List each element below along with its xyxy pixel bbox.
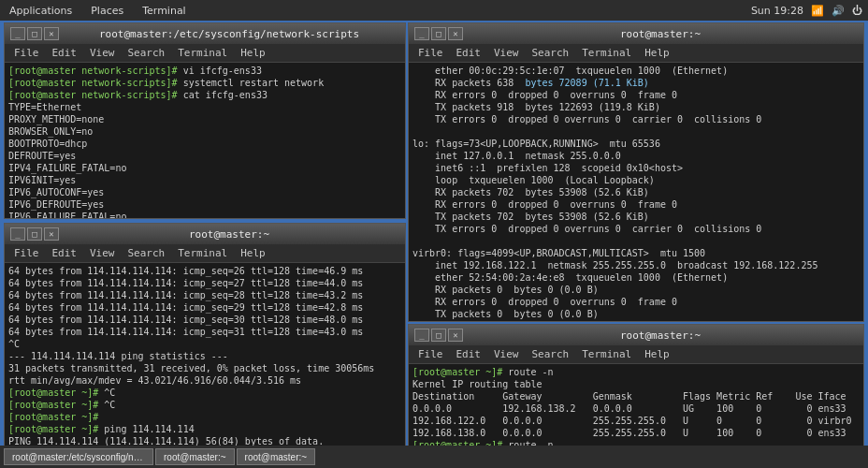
close-btn-2[interactable]: ✕ (44, 227, 59, 241)
menu-view-1[interactable]: View (84, 46, 121, 60)
maximize-btn-3[interactable]: □ (431, 27, 446, 40)
taskbar-left: Applications Places Terminal (6, 3, 190, 19)
window-title-2: root@master:~ (59, 228, 399, 241)
terminal-window-4: _ □ ✕ root@master:~ File Edit View Searc… (408, 324, 864, 462)
window-controls-3: _ □ ✕ (414, 27, 463, 40)
minimize-btn-2[interactable]: _ (10, 227, 25, 241)
close-btn-4[interactable]: ✕ (448, 329, 463, 342)
taskbar-places[interactable]: Places (87, 3, 127, 19)
menu-file-1[interactable]: File (8, 46, 45, 60)
power-icon: ⏻ (852, 5, 862, 17)
menu-help-3[interactable]: Help (639, 46, 675, 60)
titlebar-2[interactable]: _ □ ✕ root@master:~ (5, 224, 405, 244)
maximize-btn-2[interactable]: □ (27, 227, 42, 241)
term-line: TX packets 702 bytes 53908 (52.6 KiB) (412, 211, 860, 223)
titlebar-1[interactable]: _ □ ✕ root@master:/etc/sysconfig/network… (5, 23, 405, 44)
window-controls-1: _ □ ✕ (10, 27, 59, 40)
term-line: [root@master ~]# ^C (8, 399, 401, 411)
bottom-taskbar: root@master:/etc/sysconfig/networ... roo… (0, 446, 868, 468)
menu-file-3[interactable]: File (412, 46, 449, 60)
terminal-body-1[interactable]: [root@master network-scripts]# vi ifcfg-… (5, 63, 405, 218)
titlebar-4[interactable]: _ □ ✕ root@master:~ (409, 325, 863, 345)
term-line: TX errors 0 dropped 0 overruns 0 carrier… (412, 320, 860, 321)
minimize-btn-1[interactable]: _ (10, 27, 25, 40)
minimize-btn-4[interactable]: _ (414, 329, 429, 342)
term-line: [root@master ~]# (8, 411, 401, 423)
term-line: [root@master network-scripts]# cat ifcfg… (8, 89, 401, 101)
term-line: 64 bytes from 114.114.114.114: icmp_seq=… (8, 277, 401, 289)
terminal-window-1: _ □ ✕ root@master:/etc/sysconfig/network… (4, 22, 406, 219)
term-line: 64 bytes from 114.114.114.114: icmp_seq=… (8, 289, 401, 301)
term-line: TX packets 918 bytes 122693 (119.8 KiB) (412, 101, 860, 113)
term-line: BROWSER_ONLY=no (8, 125, 401, 138)
terminal-window-2: _ □ ✕ root@master:~ File Edit View Searc… (4, 223, 406, 462)
term-line: [root@master network-scripts]# vi ifcfg-… (8, 65, 401, 77)
taskbar-time: Sun 19:28 (751, 5, 803, 17)
term-line: 192.168.122.0 0.0.0.0 255.255.255.0 U 0 … (412, 415, 860, 427)
term-line: RX errors 0 dropped 0 overruns 0 frame 0 (412, 296, 860, 308)
terminal-window-3: _ □ ✕ root@master:~ File Edit View Searc… (408, 22, 864, 322)
menu-file-4[interactable]: File (412, 347, 449, 361)
term-line: ^C (8, 338, 401, 350)
term-line: Kernel IP routing table (412, 378, 860, 390)
term-line: RX packets 702 bytes 53908 (52.6 KiB) (412, 186, 860, 198)
menu-view-2[interactable]: View (84, 246, 121, 260)
menu-terminal-2[interactable]: Terminal (172, 246, 233, 260)
term-line: 64 bytes from 114.114.114.114: icmp_seq=… (8, 326, 401, 338)
maximize-btn-1[interactable]: □ (27, 27, 42, 40)
menu-terminal-3[interactable]: Terminal (576, 46, 637, 60)
terminal-body-2[interactable]: 64 bytes from 114.114.114.114: icmp_seq=… (5, 263, 405, 461)
menu-search-3[interactable]: Search (527, 46, 575, 60)
term-line: TX packets 0 bytes 0 (0.0 B) (412, 308, 860, 320)
menu-edit-1[interactable]: Edit (47, 46, 83, 60)
menu-help-2[interactable]: Help (235, 246, 271, 260)
menu-terminal-1[interactable]: Terminal (172, 46, 233, 60)
menu-help-4[interactable]: Help (639, 347, 675, 361)
term-line: TX errors 0 dropped 0 overruns 0 carrier… (412, 113, 860, 125)
term-line: [root@master ~]# route -n (412, 366, 860, 378)
window-controls-2: _ □ ✕ (10, 227, 59, 241)
close-btn-3[interactable]: ✕ (448, 27, 463, 40)
menubar-4: File Edit View Search Terminal Help (409, 345, 863, 364)
term-line: [root@master network-scripts]# systemctl… (8, 77, 401, 89)
menu-terminal-4[interactable]: Terminal (576, 347, 637, 361)
term-line: [root@master ~]# ^C (8, 387, 401, 399)
taskbar-applications[interactable]: Applications (6, 3, 76, 19)
minimize-btn-3[interactable]: _ (414, 27, 429, 40)
menu-view-4[interactable]: View (488, 347, 525, 361)
term-line: Destination Gateway Genmask Flags Metric… (412, 390, 860, 402)
term-line: inet 127.0.0.1 netmask 255.0.0.0 (412, 150, 860, 162)
term-line: IPV6_DEFROUTE=yes (8, 198, 401, 211)
term-line: DEFROUTE=yes (8, 150, 401, 162)
term-line: IPV6INIT=yes (8, 174, 401, 186)
menu-edit-2[interactable]: Edit (47, 246, 83, 260)
menu-help-1[interactable]: Help (235, 46, 271, 60)
term-line: ether 52:54:00:2a:4e:e8 txqueuelen 1000 … (412, 271, 860, 284)
close-btn-1[interactable]: ✕ (44, 27, 59, 40)
bottom-btn-2[interactable]: root@master:~ (155, 448, 235, 465)
menu-search-1[interactable]: Search (123, 46, 171, 60)
term-line: PROXY_METHOD=none (8, 113, 401, 125)
taskbar-terminal[interactable]: Terminal (138, 3, 190, 19)
term-line: rtt min/avg/max/mdev = 43.021/46.916/60.… (8, 374, 401, 387)
term-line: IPV6_AUTOCONF=yes (8, 186, 401, 198)
bottom-btn-3[interactable]: root@master:~ (237, 448, 316, 465)
bottom-btn-1[interactable]: root@master:/etc/sysconfig/networ... (4, 448, 153, 465)
menu-edit-3[interactable]: Edit (451, 46, 487, 60)
menu-search-2[interactable]: Search (123, 246, 171, 260)
menu-edit-4[interactable]: Edit (451, 347, 487, 361)
taskbar-right: Sun 19:28 📶 🔊 ⏻ (751, 5, 862, 17)
titlebar-3[interactable]: _ □ ✕ root@master:~ (409, 23, 863, 44)
term-line: ether 00:0c:29:5c:1e:07 txqueuelen 1000 … (412, 65, 860, 77)
menu-view-3[interactable]: View (488, 46, 525, 60)
sound-icon: 🔊 (832, 5, 845, 17)
terminal-body-3[interactable]: ether 00:0c:29:5c:1e:07 txqueuelen 1000 … (409, 63, 863, 321)
term-line: TX errors 0 dropped 0 overruns 0 carrier… (412, 223, 860, 235)
term-line: RX errors 0 dropped 0 overruns 0 frame 0 (412, 198, 860, 211)
term-line: IPV4_FAILURE_FATAL=no (8, 162, 401, 174)
menu-file-2[interactable]: File (8, 246, 45, 260)
maximize-btn-4[interactable]: □ (431, 329, 446, 342)
term-line: RX packets 0 bytes 0 (0.0 B) (412, 284, 860, 296)
term-line: 64 bytes from 114.114.114.114: icmp_seq=… (8, 265, 401, 277)
menu-search-4[interactable]: Search (527, 347, 575, 361)
